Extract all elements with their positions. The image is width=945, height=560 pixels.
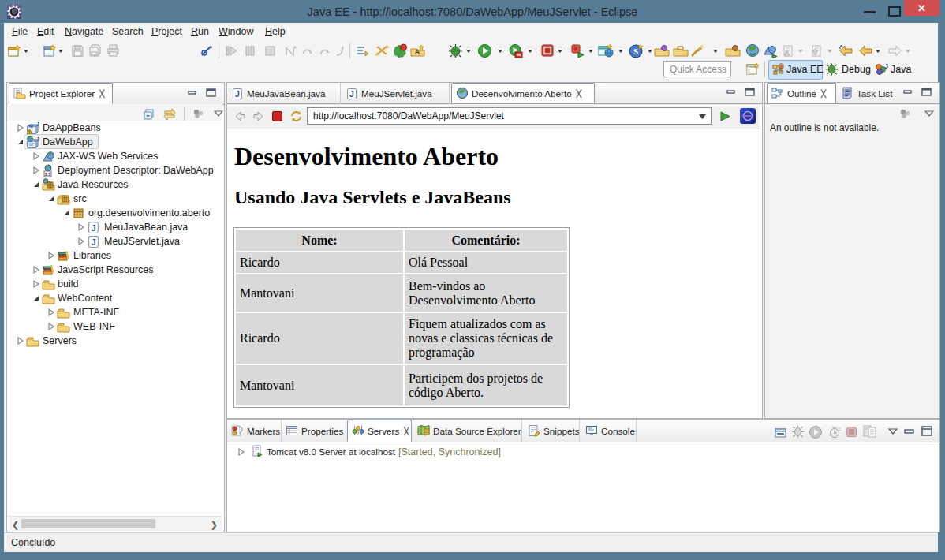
svg-text:J: J (36, 136, 39, 142)
svg-text:A: A (415, 48, 420, 56)
svg-text:S: S (633, 47, 638, 56)
svg-text:J: J (91, 223, 95, 233)
svg-text:J: J (349, 89, 354, 99)
svg-text:M: M (29, 124, 33, 129)
svg-text:J: J (235, 89, 240, 99)
svg-text:J: J (36, 121, 39, 127)
svg-text:3.1: 3.1 (45, 172, 51, 177)
svg-text:J: J (91, 237, 95, 247)
svg-text:J: J (884, 63, 888, 70)
